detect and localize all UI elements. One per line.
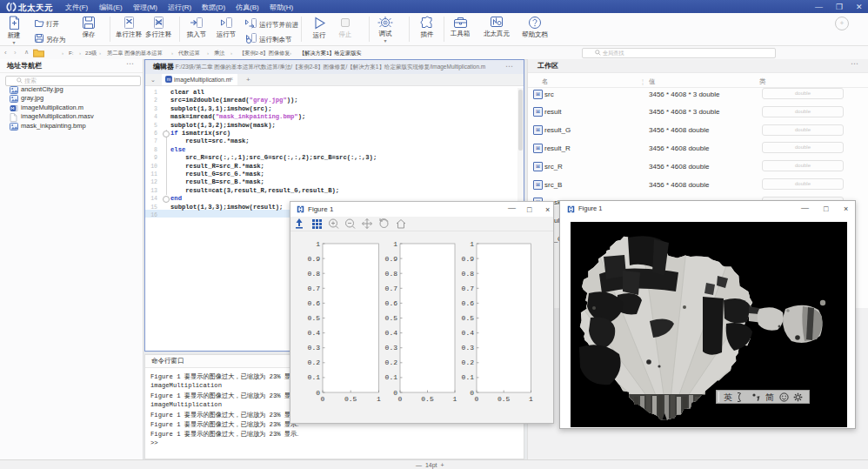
svg-text:0.5: 0.5	[344, 395, 357, 403]
svg-text:0.5: 0.5	[308, 314, 321, 322]
svg-text:0: 0	[398, 395, 403, 403]
svg-text:0.7: 0.7	[385, 285, 398, 292]
svg-text:0.6: 0.6	[462, 299, 475, 307]
svg-text:0: 0	[316, 389, 320, 397]
svg-text:0: 0	[321, 395, 325, 403]
svg-text:0.5: 0.5	[462, 314, 475, 322]
svg-text:0.3: 0.3	[462, 344, 475, 352]
svg-text:0.2: 0.2	[308, 358, 321, 366]
svg-text:0.8: 0.8	[462, 270, 475, 278]
svg-text:0.1: 0.1	[308, 373, 321, 381]
svg-text:0.1: 0.1	[462, 373, 475, 381]
svg-text:0.5: 0.5	[497, 395, 511, 403]
svg-text:0.4: 0.4	[385, 329, 398, 337]
svg-text:0.8: 0.8	[308, 270, 321, 278]
svg-text:0.5: 0.5	[385, 314, 398, 322]
svg-text:0.4: 0.4	[308, 329, 321, 337]
svg-text:0.3: 0.3	[308, 344, 321, 352]
svg-text:0.7: 0.7	[308, 285, 321, 292]
svg-text:1: 1	[470, 240, 474, 248]
svg-text:0.2: 0.2	[385, 358, 398, 366]
svg-text:0.1: 0.1	[385, 373, 398, 381]
svg-text:0.9: 0.9	[462, 255, 475, 263]
svg-text:0.2: 0.2	[462, 358, 475, 366]
svg-text:0: 0	[475, 395, 479, 403]
svg-text:1: 1	[393, 240, 397, 248]
svg-text:0.6: 0.6	[308, 299, 321, 307]
svg-text:0: 0	[393, 389, 397, 397]
svg-text:0.8: 0.8	[385, 270, 398, 278]
svg-text:0.5: 0.5	[421, 395, 434, 403]
svg-text:0.7: 0.7	[462, 285, 475, 292]
svg-text:0.6: 0.6	[385, 299, 398, 307]
svg-text:0.4: 0.4	[462, 329, 475, 337]
svg-text:0.9: 0.9	[308, 255, 321, 263]
svg-text:1: 1	[453, 395, 457, 403]
svg-text:0.3: 0.3	[385, 344, 398, 352]
svg-text:0.9: 0.9	[385, 255, 398, 263]
svg-text:0: 0	[470, 389, 474, 397]
svg-text:1: 1	[377, 395, 381, 403]
svg-text:1: 1	[316, 240, 320, 248]
svg-text:1: 1	[529, 395, 533, 403]
